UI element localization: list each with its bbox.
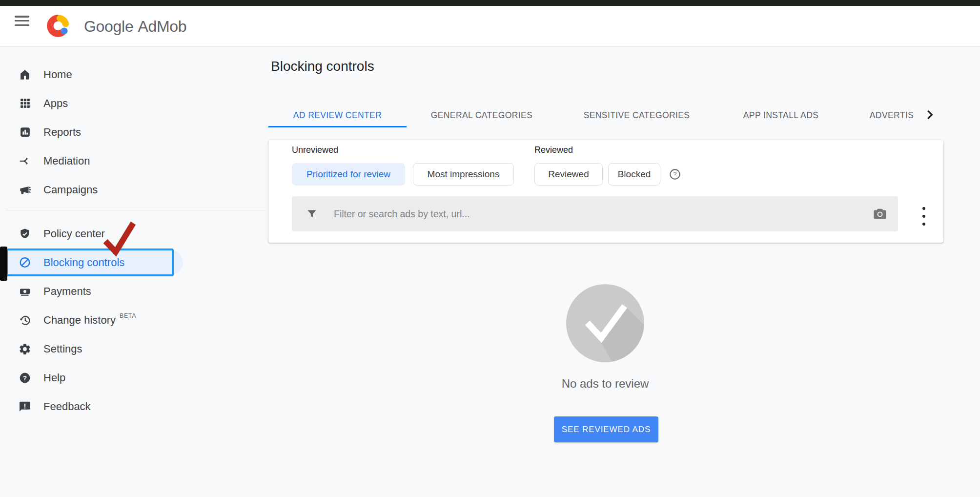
sidebar-item-apps[interactable]: Apps	[4, 89, 267, 118]
chip-prioritized-for-review[interactable]: Prioritized for review	[292, 163, 405, 186]
camera-search-icon[interactable]	[873, 207, 887, 221]
sidebar-item-feedback[interactable]: Feedback	[4, 392, 267, 421]
tab-bar: AD REVIEW CENTER GENERAL CATEGORIES SENS…	[268, 103, 938, 127]
svg-text:?: ?	[23, 374, 27, 381]
sidebar-item-change-history[interactable]: Change history BETA	[4, 306, 267, 334]
tab-app-install-ads[interactable]: APP INSTALL ADS	[716, 103, 845, 127]
empty-state-message: No ads to review	[508, 377, 703, 391]
more-options-kebab-icon[interactable]	[918, 203, 930, 230]
gear-icon	[19, 343, 31, 355]
tab-sensitive-categories[interactable]: SENSITIVE CATEGORIES	[557, 103, 716, 127]
sidebar-nav: Home Apps Reports Mediation Campaigns Po…	[4, 60, 267, 421]
chips-help-icon[interactable]: ?	[669, 168, 681, 181]
sidebar-item-label: Reports	[43, 126, 81, 139]
filter-funnel-icon	[306, 207, 318, 220]
help-circle-icon: ?	[19, 372, 31, 384]
tab-ad-review-center[interactable]: AD REVIEW CENTER	[268, 103, 407, 127]
brand-product: AdMob	[138, 18, 186, 35]
reviewed-group-label: Reviewed	[534, 145, 573, 155]
tabs-scroll-right-chevron-icon[interactable]	[923, 108, 936, 121]
chip-most-impressions[interactable]: Most impressions	[413, 163, 514, 186]
sidebar-item-label: Apps	[43, 97, 68, 110]
chip-blocked[interactable]: Blocked	[608, 163, 660, 186]
reports-chart-icon	[19, 126, 31, 139]
feedback-bubble-icon	[19, 400, 31, 413]
sidebar-item-home[interactable]: Home	[4, 60, 267, 89]
mediation-split-icon	[19, 155, 31, 167]
tab-general-categories[interactable]: GENERAL CATEGORIES	[407, 103, 557, 127]
sidebar-item-label: Campaigns	[43, 184, 98, 196]
annotation-black-bracket	[0, 247, 7, 281]
chip-reviewed[interactable]: Reviewed	[534, 163, 603, 186]
admob-logo-icon[interactable]	[46, 13, 71, 39]
home-icon	[19, 68, 31, 81]
shield-check-icon	[19, 228, 31, 240]
history-clock-icon	[19, 314, 31, 327]
page-title: Blocking controls	[271, 59, 374, 74]
sidebar-item-label: Mediation	[43, 155, 90, 167]
brand-wordmark: GoogleAdMob	[84, 18, 186, 36]
sidebar-item-campaigns[interactable]: Campaigns	[4, 175, 267, 204]
sidebar-item-label: Help	[43, 372, 65, 384]
ads-search-bar	[292, 196, 898, 231]
screenshot-top-border	[0, 0, 980, 6]
brand-google: Google	[84, 18, 133, 35]
sidebar-item-payments[interactable]: Payments	[4, 277, 267, 306]
admob-app-window: GoogleAdMob Home Apps Reports Mediation …	[0, 0, 980, 497]
sidebar-item-help[interactable]: ? Help	[4, 363, 267, 392]
payments-banknote-icon	[19, 285, 31, 298]
sidebar-item-label: Policy center	[43, 228, 105, 240]
see-reviewed-ads-button[interactable]: SEE REVIEWED ADS	[554, 416, 658, 442]
sidebar-item-policy-center[interactable]: Policy center	[4, 219, 267, 248]
campaigns-megaphone-icon	[19, 184, 31, 196]
sidebar-item-settings[interactable]: Settings	[4, 334, 267, 363]
sidebar-item-label: Feedback	[43, 400, 91, 413]
svg-text:?: ?	[674, 171, 677, 178]
sidebar-item-label: Change history	[43, 314, 116, 327]
sidebar-item-reports[interactable]: Reports	[4, 118, 267, 146]
search-input[interactable]	[333, 196, 850, 231]
sidebar-item-mediation[interactable]: Mediation	[4, 146, 267, 175]
sidebar-item-label: Blocking controls	[43, 256, 124, 269]
sidebar-item-label: Home	[43, 68, 72, 81]
sidebar-item-label: Settings	[43, 343, 82, 355]
sidebar-item-blocking-controls[interactable]: Blocking controls	[4, 248, 267, 277]
block-icon	[19, 256, 31, 269]
sidebar-divider	[6, 210, 265, 210]
sidebar-item-label: Payments	[43, 285, 91, 298]
ad-review-filter-card: Unreviewed Reviewed Prioritized for revi…	[268, 140, 943, 243]
apps-grid-icon	[19, 97, 31, 110]
beta-badge: BETA	[120, 312, 136, 319]
unreviewed-group-label: Unreviewed	[292, 145, 338, 155]
menu-hamburger-icon[interactable]	[15, 16, 29, 26]
empty-state-check-graphic	[566, 284, 644, 362]
